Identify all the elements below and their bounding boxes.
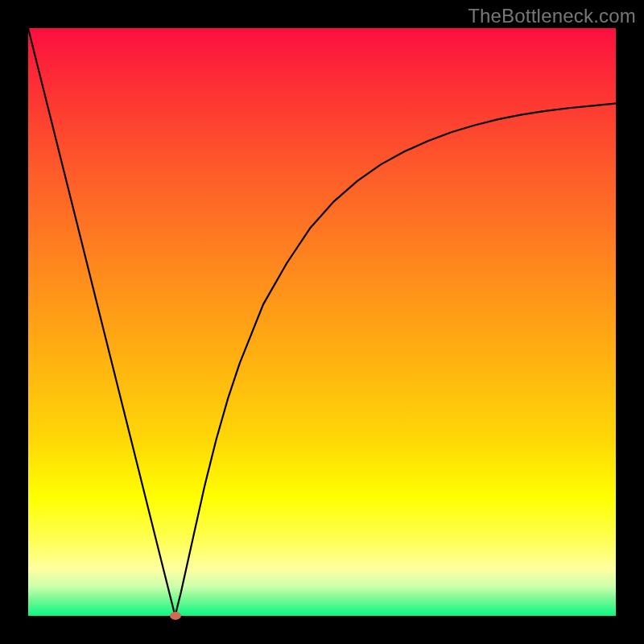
curve-path bbox=[28, 28, 616, 616]
chart-frame: TheBottleneck.com bbox=[0, 0, 644, 644]
bottleneck-curve bbox=[28, 28, 616, 616]
plot-area bbox=[28, 28, 616, 616]
watermark-text: TheBottleneck.com bbox=[468, 5, 636, 27]
minimum-marker bbox=[170, 612, 181, 620]
